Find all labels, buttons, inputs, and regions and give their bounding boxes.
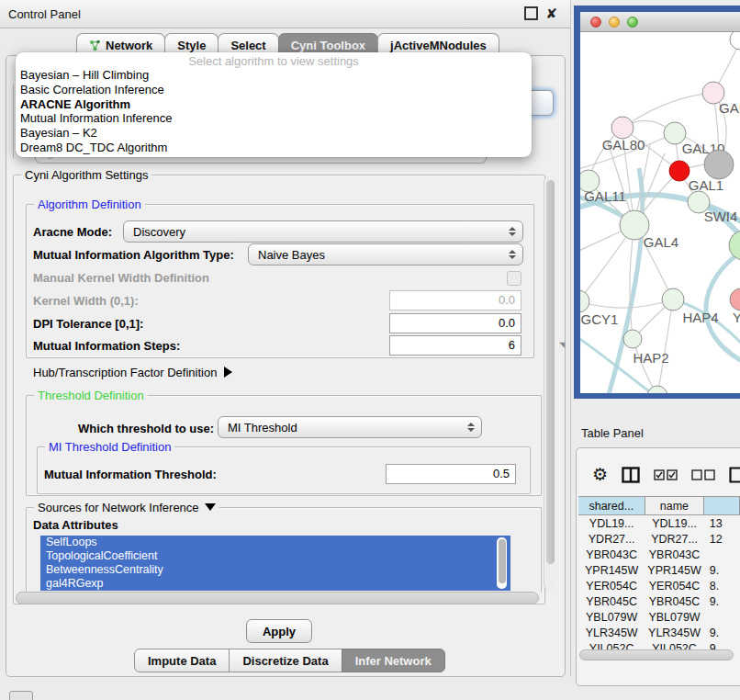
hub-definition-toggle[interactable]: Hub/Transcription Factor Definition	[33, 366, 232, 379]
gear-icon[interactable]: ⚙	[592, 466, 608, 484]
split-columns-icon[interactable]	[622, 467, 640, 483]
node-label: SWI4	[704, 209, 738, 224]
algorithm-option[interactable]: Basic Correlation Inference	[16, 83, 532, 97]
cyni-settings-group-title: Cyni Algorithm Settings	[21, 168, 151, 182]
algorithm-option[interactable]: Dream8 DC_TDC Algorithm	[16, 141, 532, 155]
manual-kernel-width-checkbox[interactable]	[507, 271, 521, 286]
node-gal80[interactable]	[611, 117, 633, 139]
bottom-tabs: Impute DataDiscretize DataInfer Network	[135, 649, 445, 672]
bottom-left-cut-button[interactable]	[9, 691, 33, 700]
table-cell: YDL19...	[645, 517, 703, 530]
minimize-traffic-light-icon[interactable]	[609, 17, 620, 28]
hidden-group-border	[13, 85, 14, 158]
tab-impute-data[interactable]: Impute Data	[134, 649, 230, 672]
close-traffic-light-icon[interactable]	[590, 17, 601, 28]
attribute-item[interactable]: SelfLoops	[40, 536, 510, 549]
attributes-scrollbar-thumb[interactable]	[499, 539, 506, 583]
document-icon[interactable]	[729, 467, 740, 483]
tab-label: jActiveMNodules	[390, 39, 487, 52]
table-cell: YER054C	[645, 580, 703, 593]
table-row[interactable]: YBR043CYBR043C	[578, 547, 740, 562]
combo-arrows-icon	[505, 227, 520, 236]
table-row[interactable]: YDR27...YDR27...12	[578, 531, 740, 547]
combo-arrows-icon	[505, 250, 520, 259]
table-cell: YDL19...	[578, 517, 645, 530]
node-unlabeled[interactable]	[729, 231, 740, 260]
node-unlabeled[interactable]	[730, 32, 740, 50]
node-table-header: shared...name	[578, 496, 740, 515]
column-header[interactable]: shared...	[578, 496, 645, 515]
node-hap2[interactable]	[623, 330, 642, 348]
combo-arrows-icon	[464, 423, 478, 432]
network-icon	[89, 40, 101, 51]
table-cell: 9.	[704, 564, 740, 577]
table-row[interactable]: YER054CYER054C8.	[578, 578, 740, 593]
attribute-item[interactable]: TopologicalCoefficient	[40, 549, 510, 563]
sources-group-toggle[interactable]: Sources for Network Inference	[34, 501, 219, 514]
node-gal1[interactable]	[669, 161, 690, 181]
unchecked-checkboxes-icon[interactable]	[691, 469, 715, 480]
network-graph: GALGAL80GAL10GAL1GAL11SWI4GAL4GCY1HAP4YH…	[580, 32, 740, 393]
table-hscrollbar[interactable]	[579, 649, 737, 660]
zoom-traffic-light-icon[interactable]	[627, 17, 638, 28]
data-attributes-list[interactable]: SelfLoopsTopologicalCoefficientBetweenne…	[40, 536, 510, 591]
table-row[interactable]: YLR345WYLR345W9.	[578, 625, 740, 640]
node-gcy1[interactable]	[580, 290, 589, 312]
sources-group-title: Sources for Network Inference	[38, 501, 199, 514]
expand-right-icon	[224, 367, 232, 378]
settings-hscrollbar-thumb[interactable]	[16, 592, 539, 604]
table-row[interactable]: YBR045CYBR045C9.	[578, 593, 740, 609]
column-header[interactable]	[703, 496, 740, 515]
table-cell: 9.	[704, 627, 740, 639]
tab-label: Select	[230, 39, 265, 52]
table-cell: YLR345W	[645, 627, 703, 639]
splitter-handle[interactable]: ◥	[559, 341, 565, 349]
float-window-icon[interactable]	[524, 6, 538, 20]
node-label: GAL80	[602, 137, 645, 152]
algorithm-option[interactable]: Mutual Information Inference	[16, 111, 532, 126]
network-canvas[interactable]: GALGAL80GAL10GAL1GAL11SWI4GAL4GCY1HAP4YH…	[580, 32, 740, 393]
settings-hscrollbar[interactable]	[16, 592, 541, 604]
mi-algorithm-type-combo[interactable]: Naive Bayes	[248, 243, 523, 265]
node-unlabeled[interactable]	[647, 386, 667, 393]
close-icon[interactable]: ✘	[545, 8, 557, 18]
node-hap4[interactable]	[662, 288, 684, 310]
kernel-width-field: 0.0	[389, 290, 521, 310]
attribute-item[interactable]: gal4RGexp	[40, 577, 510, 591]
tab-discretize-data[interactable]: Discretize Data	[229, 649, 342, 672]
network-window-titlebar[interactable]	[580, 12, 740, 32]
aracne-mode-combo[interactable]: Discovery	[123, 220, 523, 243]
settings-vscrollbar-thumb[interactable]	[546, 180, 555, 564]
algorithm-option[interactable]: Bayesian – K2	[16, 126, 532, 141]
column-header[interactable]: name	[645, 496, 705, 515]
table-hscrollbar-thumb[interactable]	[579, 649, 734, 660]
control-panel-titlebar: Control Panel ✘	[0, 0, 570, 28]
node-y[interactable]	[730, 288, 740, 310]
table-row[interactable]: YDL19...YDL19...13	[578, 515, 740, 531]
attributes-scrollbar[interactable]	[497, 537, 507, 589]
attribute-item[interactable]: BetweennessCentrality	[40, 563, 510, 577]
manual-kernel-width-label: Manual Kernel Width Definition	[33, 271, 209, 285]
apply-button[interactable]: Apply	[246, 619, 312, 643]
mi-threshold-field[interactable]: 0.5	[386, 464, 516, 484]
which-threshold-combo[interactable]: MI Threshold	[218, 416, 482, 438]
table-row[interactable]: YPR145WYPR145W9.	[578, 562, 740, 578]
algorithm-popup-placeholder: Select algorithm to view settings	[16, 54, 532, 68]
tab-infer-network[interactable]: Infer Network	[342, 649, 445, 672]
table-cell: YDR27...	[578, 533, 645, 546]
algorithm-option[interactable]: Bayesian – Hill Climbing	[16, 68, 532, 83]
table-cell: YBR043C	[645, 548, 703, 561]
hub-definition-label: Hub/Transcription Factor Definition	[33, 366, 217, 379]
table-panel-toolbar: ⚙	[592, 462, 740, 488]
node-table[interactable]: shared...name YDL19...YDL19...13YDR27...…	[578, 496, 740, 656]
table-row[interactable]: YBL079WYBL079W	[578, 609, 740, 625]
mi-steps-field[interactable]: 6	[389, 335, 521, 356]
dpi-tolerance-field[interactable]: 0.0	[389, 313, 521, 333]
node-unlabeled[interactable]	[704, 150, 734, 179]
checked-checkboxes-icon[interactable]	[654, 469, 678, 480]
kernel-width-label: Kernel Width (0,1):	[33, 294, 139, 308]
algorithm-option[interactable]: ARACNE Algorithm	[16, 97, 532, 112]
node-label: GAL4	[644, 234, 678, 250]
settings-vscrollbar[interactable]	[544, 176, 556, 590]
which-threshold-value: MI Threshold	[228, 421, 464, 435]
